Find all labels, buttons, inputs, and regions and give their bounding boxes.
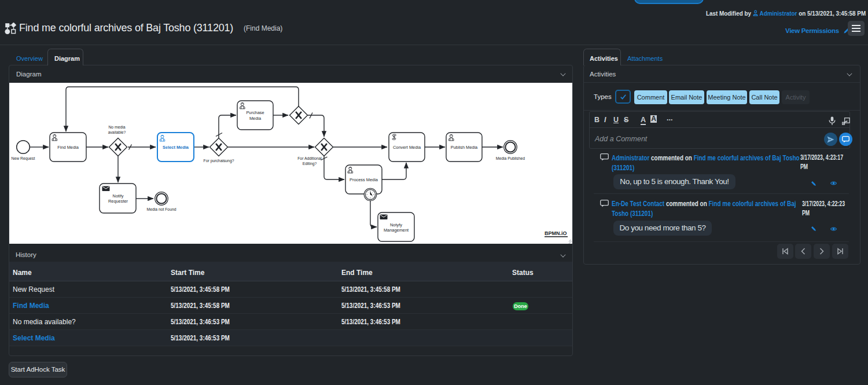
- svg-text:Notify: Notify: [113, 193, 124, 199]
- svg-text:Requester: Requester: [108, 199, 128, 204]
- svg-text:No media: No media: [108, 125, 125, 129]
- svg-text:Purchase: Purchase: [246, 110, 264, 115]
- svg-text:Media not Found: Media not Found: [146, 207, 176, 211]
- svg-text:Media Published: Media Published: [496, 156, 525, 160]
- svg-text:Convert Media: Convert Media: [393, 145, 421, 150]
- svg-text:Find Media: Find Media: [57, 145, 79, 150]
- svg-text:Publish Media: Publish Media: [451, 145, 478, 150]
- svg-text:available?: available?: [108, 130, 126, 134]
- svg-text:Notyfy: Notyfy: [390, 222, 402, 228]
- svg-text:Editing?: Editing?: [303, 162, 317, 166]
- svg-text:For Additional: For Additional: [297, 156, 322, 160]
- svg-text:New Request: New Request: [12, 156, 35, 161]
- svg-text:Process Media: Process Media: [350, 177, 378, 182]
- svg-text:Media: Media: [249, 116, 262, 121]
- svg-text:For purchaisung?: For purchaisung?: [204, 159, 234, 163]
- svg-text:Select Media: Select Media: [163, 145, 189, 150]
- svg-text:BPMN.iO: BPMN.iO: [545, 230, 567, 236]
- svg-text:Management: Management: [384, 228, 409, 233]
